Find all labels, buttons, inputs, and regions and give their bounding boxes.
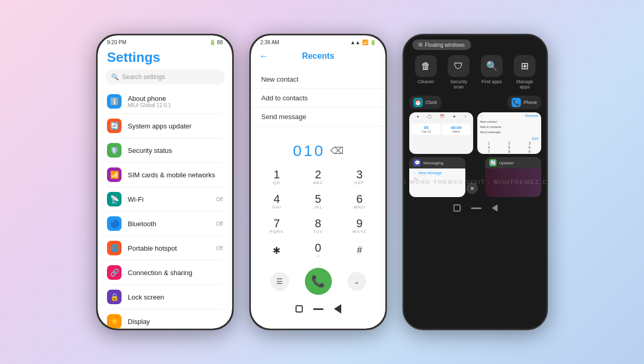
bluetooth-icon: 🔵 — [107, 216, 122, 231]
dark-nav-home[interactable] — [471, 207, 481, 209]
find-apps-label: Find apps — [481, 79, 502, 84]
cleaner-label: Cleaner — [418, 79, 434, 84]
call-button[interactable]: 📞 — [305, 268, 332, 295]
security-scan-icon: 🛡 — [448, 55, 469, 77]
search-bar[interactable]: 🔍 Search settings — [105, 70, 225, 84]
hotspot-status: Off — [216, 245, 223, 251]
bottom-apps: 💬 Messaging ←New message To: ✕ 🔄 — [404, 157, 546, 200]
settings-item-wifi[interactable]: 📡 Wi-Fi Off — [100, 187, 230, 211]
menu-add-contacts[interactable]: Add to contacts — [251, 89, 385, 108]
menu-send-message[interactable]: Send message — [251, 108, 385, 126]
key-3[interactable]: 3 DEF — [339, 165, 380, 189]
back-button[interactable]: ← — [259, 51, 269, 62]
key-hash[interactable]: # — [339, 238, 380, 263]
key-2[interactable]: 2 ABC — [298, 165, 339, 189]
wifi-icon: 📡 — [107, 192, 122, 206]
settings-item-sharing[interactable]: 🔗 Connection & sharing — [100, 261, 230, 284]
manage-apps-label: Manageapps — [516, 79, 533, 89]
key-1[interactable]: 1 QD — [256, 165, 298, 189]
settings-item-lock[interactable]: 🔒 Lock screen — [100, 285, 230, 309]
messaging-icon: 💬 — [413, 159, 421, 166]
quick-find-apps[interactable]: 🔍 Find apps — [481, 55, 503, 89]
nav-recents-2[interactable] — [296, 305, 303, 313]
menu-new-contact[interactable]: New contact — [251, 70, 385, 89]
dark-nav-back[interactable] — [492, 204, 498, 212]
security-icon: 🛡️ — [107, 143, 122, 158]
settings-item-about[interactable]: ℹ️ About phone MIUI Global 12.0.1 — [100, 89, 230, 113]
wifi-label: Wi-Fi — [128, 196, 210, 203]
lock-icon: 🔒 — [107, 290, 122, 304]
quick-security[interactable]: 🛡 Securityscan — [448, 55, 469, 89]
key-9[interactable]: 9 WXYZ — [339, 214, 380, 238]
close-button[interactable]: ✕ — [466, 183, 478, 194]
dark-nav-recents[interactable] — [453, 204, 461, 212]
dialer-keypad: 1 QD 2 ABC 3 DEF 4 GHI 5 JKL 6 MNO — [251, 165, 385, 263]
dialer-actions: ☰ 📞 ⌄ — [251, 263, 385, 300]
settings-item-system-apps[interactable]: 🔄 System apps updater — [100, 114, 230, 138]
nav-back-2[interactable] — [334, 304, 341, 314]
status-icons-1: 🔋 88 — [209, 40, 223, 45]
clock-app-label: ⏰ Clock — [409, 96, 441, 109]
hotspot-icon: 🌐 — [107, 241, 122, 255]
backspace-button[interactable]: ⌫ — [330, 145, 343, 157]
about-sub: MIUI Global 12.0.1 — [128, 102, 223, 108]
status-bar-1: 9:20 PM 🔋 88 — [98, 35, 232, 47]
phone-thumb: ←Recents New contact Add to contacts Sen… — [477, 112, 541, 154]
display-label: Display — [128, 318, 223, 326]
nav-bar-2 — [251, 300, 385, 318]
wifi-icon-2: 📶 — [362, 40, 368, 45]
display-icon: ☀️ — [107, 314, 122, 329]
updater-label: Updater — [499, 161, 514, 165]
app-cards-grid: ●◯⏰►i 05 Tue 12 00:00 Alarm — [404, 112, 546, 157]
system-apps-label: System apps updater — [128, 122, 223, 130]
clock-card[interactable]: ●◯⏰►i 05 Tue 12 00:00 Alarm — [409, 112, 473, 154]
key-7[interactable]: 7 PQRS — [256, 214, 298, 238]
key-6[interactable]: 6 MNO — [339, 189, 380, 214]
settings-item-security[interactable]: 🛡️ Security status — [100, 138, 230, 162]
search-icon: 🔍 — [111, 73, 119, 81]
float-badge[interactable]: ⧉ Floating windows — [412, 40, 471, 50]
status-bar-2: 2:36 AM ▲▲ 📶 🔋 — [251, 35, 385, 47]
sharing-label: Connection & sharing — [128, 269, 223, 277]
quick-manage-apps[interactable]: ⊞ Manageapps — [514, 55, 535, 89]
clock-icon: ⏰ — [413, 98, 423, 107]
down-action[interactable]: ⌄ — [347, 272, 366, 291]
about-label: About phone — [128, 95, 223, 102]
messaging-card[interactable]: 💬 Messaging ←New message To: — [409, 157, 465, 197]
dialer-screen: 2:36 AM ▲▲ 📶 🔋 ← Recents New contact Add… — [251, 35, 385, 329]
key-4[interactable]: 4 GHI — [256, 189, 298, 214]
key-8[interactable]: 8 TUV — [298, 214, 339, 238]
time-2: 2:36 AM — [260, 40, 279, 45]
hotspot-label: Portable hotspot — [128, 244, 210, 252]
key-5[interactable]: 5 JKL — [298, 189, 339, 214]
settings-item-bluetooth[interactable]: 🔵 Bluetooth Off — [100, 212, 230, 236]
battery-icon-2: 🔋 — [370, 40, 376, 45]
recents-header: ← Recents — [251, 47, 385, 65]
phone-multitask: ⧉ Floating windows 🗑 Cleaner 🛡 Securitys… — [403, 34, 548, 330]
settings-item-sim[interactable]: 📶 SIM cards & mobile networks — [100, 163, 230, 187]
quick-cleaner[interactable]: 🗑 Cleaner — [415, 55, 437, 89]
manage-apps-icon: ⊞ — [514, 55, 535, 77]
sim-label: SIM cards & mobile networks — [128, 171, 223, 179]
key-star[interactable]: ✱ — [256, 238, 298, 263]
bluetooth-status: Off — [216, 221, 223, 227]
phone-card[interactable]: ←Recents New contact Add to contacts Sen… — [477, 112, 541, 154]
phone-icon: 📞 — [512, 98, 521, 107]
multitask-screen: ⧉ Floating windows 🗑 Cleaner 🛡 Securitys… — [404, 35, 546, 329]
messaging-thumb: ←New message To: — [409, 168, 465, 197]
sharing-icon: 🔗 — [107, 265, 122, 280]
dialer-number: 010 — [293, 142, 325, 160]
settings-item-hotspot[interactable]: 🌐 Portable hotspot Off — [100, 236, 230, 260]
phone-name: Phone — [524, 100, 537, 105]
float-badge-label: Floating windows — [425, 42, 465, 48]
settings-screen: 9:20 PM 🔋 88 Settings 🔍 Search settings … — [98, 35, 232, 329]
key-0[interactable]: 0 + — [298, 238, 339, 263]
updater-icon: 🔄 — [489, 159, 497, 166]
nav-bar-3 — [404, 200, 546, 216]
updater-header: 🔄 Updater — [485, 157, 541, 168]
updater-card[interactable]: 🔄 Updater — [485, 157, 541, 197]
contacts-action[interactable]: ☰ — [271, 272, 289, 291]
nav-home-2[interactable] — [313, 308, 324, 310]
settings-item-display[interactable]: ☀️ Display — [100, 309, 230, 329]
settings-title: Settings — [98, 47, 232, 70]
